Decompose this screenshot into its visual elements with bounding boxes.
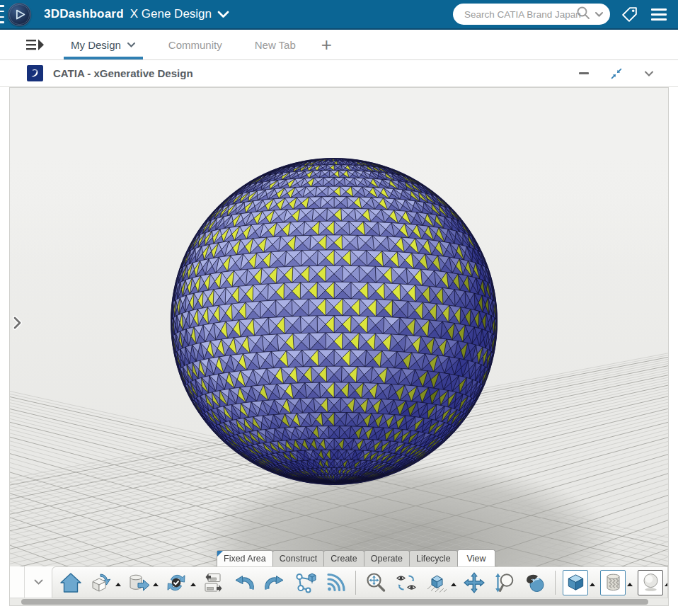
- undo-icon[interactable]: [231, 569, 257, 596]
- export-dropdown-arrow[interactable]: [115, 583, 121, 586]
- update-dropdown-arrow[interactable]: [190, 583, 196, 586]
- rotate-icon[interactable]: [522, 569, 548, 596]
- app-widget-header: CATIA - xGenerative Design: [0, 60, 678, 87]
- redo-icon[interactable]: [262, 569, 287, 596]
- toolbar-left-gutter: [10, 566, 25, 598]
- action-bar-tabs: Fixed Area Construct Create Operate Life…: [217, 549, 495, 566]
- home-icon[interactable]: [58, 569, 84, 596]
- context-chevron-down-icon[interactable]: [217, 10, 229, 18]
- search-icon[interactable]: [576, 6, 590, 23]
- side-panel-toggle-icon[interactable]: [25, 38, 45, 52]
- notifications-icon[interactable]: [323, 569, 348, 596]
- toolbar-tools: [52, 566, 668, 598]
- tab-community-label: Community: [168, 39, 222, 51]
- action-tab-construct[interactable]: Construct: [272, 550, 325, 566]
- search-scope-chevron-icon[interactable]: [594, 8, 604, 21]
- search-input[interactable]: [463, 8, 585, 21]
- shading-cube-icon: [565, 571, 587, 593]
- context-title: X Gene Design: [130, 7, 212, 21]
- action-tab-view[interactable]: View: [457, 549, 496, 566]
- app-widget-title: CATIA - xGenerative Design: [53, 67, 193, 79]
- viewport-3d-scene[interactable]: [10, 88, 668, 566]
- lighting-sphere-icon: [640, 571, 662, 593]
- action-tab-create[interactable]: Create: [323, 550, 364, 566]
- zoom-icon[interactable]: [492, 569, 517, 596]
- menu-icon[interactable]: [651, 8, 667, 21]
- swap-representation-icon[interactable]: [201, 569, 226, 596]
- render-style-button[interactable]: [600, 570, 626, 595]
- tab-new-tab-label: New Tab: [255, 39, 296, 51]
- app-title: 3DDashboard: [44, 7, 124, 21]
- zoom-area-icon[interactable]: [363, 569, 389, 596]
- action-bar: [10, 566, 668, 598]
- toolbar-collapse-chevron-icon[interactable]: [25, 566, 52, 598]
- action-tab-operate[interactable]: Operate: [364, 550, 410, 566]
- pan-icon[interactable]: [461, 569, 487, 596]
- update-status-icon[interactable]: [163, 569, 189, 596]
- design-graph-icon[interactable]: [292, 569, 318, 596]
- bottom-margin: [0, 606, 678, 615]
- 3ddashboard-window: 3DDashboard X Gene Design My Design: [0, 0, 678, 616]
- tab-community[interactable]: Community: [161, 30, 229, 59]
- textured-cylinder-icon: [602, 571, 624, 593]
- minimize-icon: [579, 72, 589, 74]
- search-box[interactable]: [453, 4, 610, 25]
- shading-mode-button[interactable]: [563, 570, 588, 595]
- save-data-icon[interactable]: [126, 569, 151, 596]
- 3d-viewport: Fixed Area Construct Create Operate Life…: [10, 88, 668, 566]
- minimize-button[interactable]: [573, 72, 594, 74]
- add-tab-button[interactable]: +: [317, 30, 336, 59]
- hide-show-icon[interactable]: [393, 569, 419, 596]
- action-tab-lifecycle[interactable]: Lifecycle: [409, 550, 458, 566]
- toolbar-separator: [355, 571, 356, 595]
- dashboard-tab-bar: My Design Community New Tab +: [0, 28, 678, 60]
- tab-my-design[interactable]: My Design: [64, 30, 143, 59]
- widget-menu-chevron[interactable]: [638, 70, 660, 77]
- action-tab-fixed-area[interactable]: Fixed Area: [217, 550, 273, 566]
- app-frame: Fixed Area Construct Create Operate Life…: [9, 87, 669, 606]
- render-style-dropdown-arrow[interactable]: [627, 583, 633, 586]
- collapse-arrows-icon: [610, 67, 623, 80]
- dashboard-tabs: My Design Community New Tab +: [64, 30, 336, 59]
- export-content-icon[interactable]: [88, 569, 114, 596]
- shading-dropdown-arrow[interactable]: [590, 583, 595, 586]
- center-view-icon[interactable]: [424, 569, 449, 596]
- tab-my-design-label: My Design: [71, 39, 121, 51]
- top-bar: 3DDashboard X Gene Design: [0, 0, 678, 28]
- 3dexperience-compass-icon[interactable]: [8, 3, 31, 26]
- scrollbar-thumb[interactable]: [21, 599, 648, 605]
- tab-new-tab[interactable]: New Tab: [248, 30, 303, 59]
- lighting-dropdown-arrow[interactable]: [665, 583, 668, 586]
- tab-chevron-down-icon: [127, 42, 136, 48]
- lighting-button[interactable]: [638, 570, 663, 595]
- horizontal-scrollbar[interactable]: [10, 598, 668, 605]
- toolbar-separator: [555, 571, 556, 595]
- collapse-button[interactable]: [606, 67, 627, 80]
- save-dropdown-arrow[interactable]: [153, 583, 159, 586]
- center-view-dropdown-arrow[interactable]: [451, 583, 456, 586]
- panel-expander-chevron-icon[interactable]: [12, 316, 23, 330]
- launcher-icon[interactable]: [0, 5, 6, 23]
- dassault-3ds-logo-icon: [27, 65, 43, 81]
- tag-icon[interactable]: [621, 6, 638, 23]
